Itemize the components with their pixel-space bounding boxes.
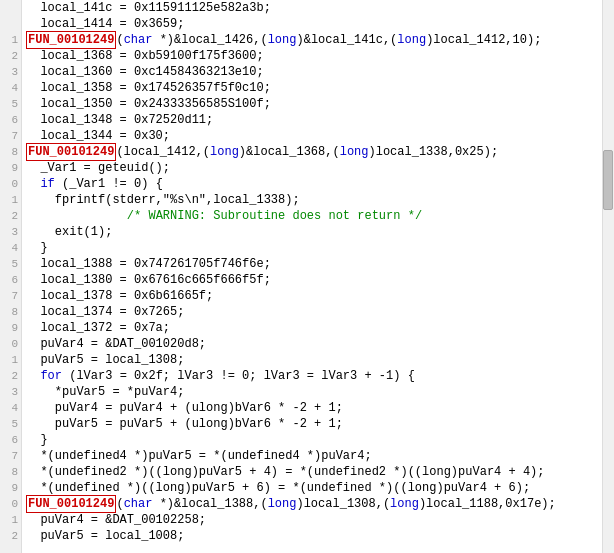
token: long <box>268 32 297 48</box>
code-line-30: *(undefined *)((long)puVar5 + 6) = *(und… <box>26 480 602 496</box>
func-ref[interactable]: FUN_00101249 <box>26 31 116 49</box>
token: )local_1338,0x25); <box>369 144 499 160</box>
token: local_1360 = 0xc14584363213e10; <box>26 64 264 80</box>
token: for <box>40 368 62 384</box>
line-number-5: 4 <box>0 80 21 96</box>
token: ( <box>116 496 123 512</box>
token: char <box>124 496 153 512</box>
line-number-6: 5 <box>0 96 21 112</box>
code-area[interactable]: local_141c = 0x115911125e582a3b; local_1… <box>22 0 602 553</box>
token: puVar5 = local_1308; <box>26 352 184 368</box>
line-number-8: 7 <box>0 128 21 144</box>
vertical-scrollbar[interactable] <box>602 0 614 553</box>
token: local_1414 = 0x3659; <box>26 16 184 32</box>
code-line-27: } <box>26 432 602 448</box>
func-ref[interactable]: FUN_00101249 <box>26 495 116 513</box>
line-number-1 <box>0 16 21 32</box>
token: puVar4 = &DAT_00102258; <box>26 512 206 528</box>
token: *) <box>152 32 174 48</box>
token: long <box>210 144 239 160</box>
token: if <box>40 176 54 192</box>
line-number-4: 3 <box>0 64 21 80</box>
token: )local_1412,10); <box>426 32 541 48</box>
code-line-21: puVar4 = &DAT_001020d8; <box>26 336 602 352</box>
line-number-15: 4 <box>0 240 21 256</box>
code-line-26: puVar5 = puVar5 + (ulong)bVar6 * -2 + 1; <box>26 416 602 432</box>
token: puVar4 = &DAT_001020d8; <box>26 336 206 352</box>
token: *(undefined2 *)((long)puVar5 + 4) = *(un… <box>26 464 544 480</box>
token: long <box>397 32 426 48</box>
token: ,( <box>253 32 267 48</box>
code-line-32: puVar4 = &DAT_00102258; <box>26 512 602 528</box>
token: )&local_141c,( <box>296 32 397 48</box>
code-line-28: *(undefined4 *)puVar5 = *(undefined4 *)p… <box>26 448 602 464</box>
line-number-10: 9 <box>0 160 21 176</box>
code-line-8: local_1344 = 0x30; <box>26 128 602 144</box>
token: )local_1308,( <box>296 496 390 512</box>
line-number-16: 5 <box>0 256 21 272</box>
line-number-11: 0 <box>0 176 21 192</box>
token: local_1368 = 0xb59100f175f3600; <box>26 48 264 64</box>
code-line-5: local_1358 = 0x174526357f5f0c10; <box>26 80 602 96</box>
code-line-25: puVar4 = puVar4 + (ulong)bVar6 * -2 + 1; <box>26 400 602 416</box>
line-number-17: 6 <box>0 272 21 288</box>
code-line-13: /* WARNING: Subroutine does not return *… <box>26 208 602 224</box>
code-line-23: for (lVar3 = 0x2f; lVar3 != 0; lVar3 = l… <box>26 368 602 384</box>
code-line-6: local_1350 = 0x24333356585S100f; <box>26 96 602 112</box>
token: local_1358 = 0x174526357f5f0c10; <box>26 80 271 96</box>
token: local_1378 = 0x6b61665f; <box>26 288 213 304</box>
line-number-25: 4 <box>0 400 21 416</box>
code-line-0: local_141c = 0x115911125e582a3b; <box>26 0 602 16</box>
token: local_1344 = 0x30; <box>26 128 170 144</box>
token: _Var1 = geteuid(); <box>26 160 170 176</box>
line-number-19: 8 <box>0 304 21 320</box>
line-number-24: 3 <box>0 384 21 400</box>
line-number-28: 7 <box>0 448 21 464</box>
line-number-3: 2 <box>0 48 21 64</box>
token: &local_1426 <box>174 32 253 48</box>
token: )&local_1368,( <box>239 144 340 160</box>
token: puVar5 = puVar5 + (ulong)bVar6 * -2 + 1; <box>26 416 343 432</box>
code-line-24: *puVar5 = *puVar4; <box>26 384 602 400</box>
line-number-13: 2 <box>0 208 21 224</box>
token: (_Var1 != 0) { <box>55 176 163 192</box>
line-number-31: 0 <box>0 496 21 512</box>
line-number-12: 1 <box>0 192 21 208</box>
code-line-17: local_1380 = 0x67616c665f666f5f; <box>26 272 602 288</box>
code-line-15: } <box>26 240 602 256</box>
token: puVar4 = puVar4 + (ulong)bVar6 * -2 + 1; <box>26 400 343 416</box>
code-line-14: exit(1); <box>26 224 602 240</box>
token: (lVar3 = 0x2f; lVar3 != 0; lVar3 = lVar3… <box>62 368 415 384</box>
code-line-31: FUN_00101249(char *)&local_1388,(long)lo… <box>26 496 602 512</box>
code-line-1: local_1414 = 0x3659; <box>26 16 602 32</box>
token: ( <box>116 32 123 48</box>
code-line-7: local_1348 = 0x72520d11; <box>26 112 602 128</box>
token <box>26 208 127 224</box>
token: puVar5 = local_1008; <box>26 528 184 544</box>
scrollbar-thumb[interactable] <box>603 150 613 210</box>
line-number-2: 1 <box>0 32 21 48</box>
token: long <box>268 496 297 512</box>
code-line-9: FUN_00101249(local_1412,(long)&local_136… <box>26 144 602 160</box>
line-number-26: 5 <box>0 416 21 432</box>
code-line-29: *(undefined2 *)((long)puVar5 + 4) = *(un… <box>26 464 602 480</box>
token: local_1372 = 0x7a; <box>26 320 170 336</box>
line-number-22: 1 <box>0 352 21 368</box>
token: char <box>124 32 153 48</box>
line-number-30: 9 <box>0 480 21 496</box>
line-number-20: 9 <box>0 320 21 336</box>
token <box>26 176 40 192</box>
line-number-14: 3 <box>0 224 21 240</box>
token: (local_1412,( <box>116 144 210 160</box>
code-line-33: puVar5 = local_1008; <box>26 528 602 544</box>
token: local_1388 = 0x747261705f746f6e; <box>26 256 271 272</box>
token: long <box>340 144 369 160</box>
token: *(undefined *)((long)puVar5 + 6) = *(und… <box>26 480 530 496</box>
func-ref[interactable]: FUN_00101249 <box>26 143 116 161</box>
code-line-11: if (_Var1 != 0) { <box>26 176 602 192</box>
token: local_141c = 0x115911125e582a3b; <box>26 0 271 16</box>
token: local_1348 = 0x72520d11; <box>26 112 213 128</box>
editor-container: 12345678901234567890123456789012 local_1… <box>0 0 614 553</box>
token: *puVar5 = *puVar4; <box>26 384 184 400</box>
line-number-0 <box>0 0 21 16</box>
